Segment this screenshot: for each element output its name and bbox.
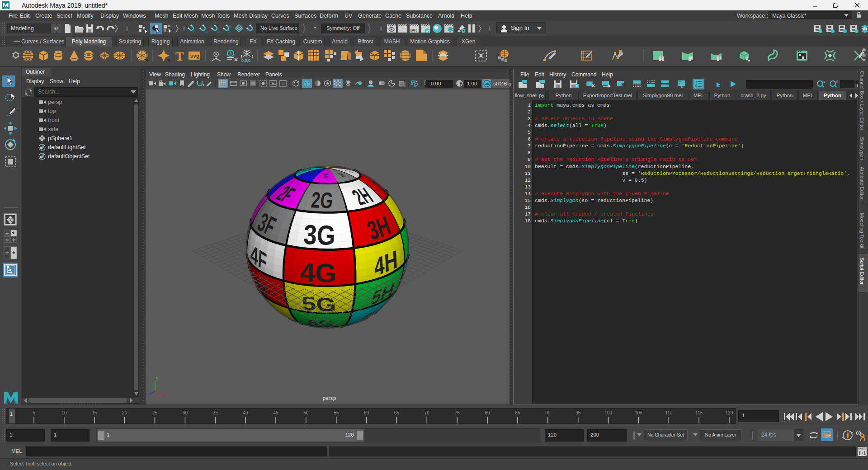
svg-text:y: y bbox=[156, 376, 159, 381]
svg-text:50: 50 bbox=[303, 410, 309, 415]
svg-text:0,0,0: 0,0,0 bbox=[241, 58, 250, 63]
svg-text:120: 120 bbox=[726, 410, 733, 415]
svg-text:20: 20 bbox=[122, 410, 127, 415]
svg-text:105: 105 bbox=[635, 410, 642, 415]
svg-text:svg: svg bbox=[190, 53, 200, 59]
svg-text:75: 75 bbox=[455, 410, 460, 415]
svg-text:40: 40 bbox=[243, 410, 249, 415]
svg-text:2G: 2G bbox=[310, 188, 334, 213]
svg-text:60: 60 bbox=[364, 410, 369, 415]
svg-text:85: 85 bbox=[515, 410, 520, 415]
svg-text:ON: ON bbox=[485, 82, 490, 85]
svg-text:persp: persp bbox=[323, 395, 336, 401]
svg-text:90: 90 bbox=[545, 410, 551, 415]
svg-text:100: 100 bbox=[604, 410, 612, 415]
svg-text:3G: 3G bbox=[303, 219, 336, 251]
svg-text:z: z bbox=[146, 393, 146, 398]
svg-text:{;}: {;} bbox=[859, 451, 866, 456]
svg-text:25: 25 bbox=[152, 410, 158, 415]
svg-text:T: T bbox=[282, 81, 285, 86]
svg-text:80: 80 bbox=[485, 410, 491, 415]
svg-text:IPR: IPR bbox=[410, 28, 417, 33]
svg-text:70: 70 bbox=[425, 410, 430, 415]
svg-text:95: 95 bbox=[576, 410, 581, 415]
svg-text:35: 35 bbox=[213, 410, 218, 415]
svg-text:110: 110 bbox=[665, 410, 672, 415]
svg-text:115: 115 bbox=[695, 410, 703, 415]
svg-text:30: 30 bbox=[183, 410, 188, 415]
svg-text:4G: 4G bbox=[300, 257, 337, 288]
svg-text:5: 5 bbox=[33, 410, 35, 415]
svg-text:T: T bbox=[175, 49, 184, 63]
svg-text:65: 65 bbox=[394, 410, 400, 415]
svg-text:55: 55 bbox=[334, 410, 339, 415]
svg-text:3: 3 bbox=[695, 86, 697, 89]
svg-text:10: 10 bbox=[61, 410, 67, 415]
svg-text:15: 15 bbox=[92, 410, 97, 415]
svg-text:45: 45 bbox=[273, 410, 278, 415]
svg-text:x: x bbox=[164, 393, 167, 398]
